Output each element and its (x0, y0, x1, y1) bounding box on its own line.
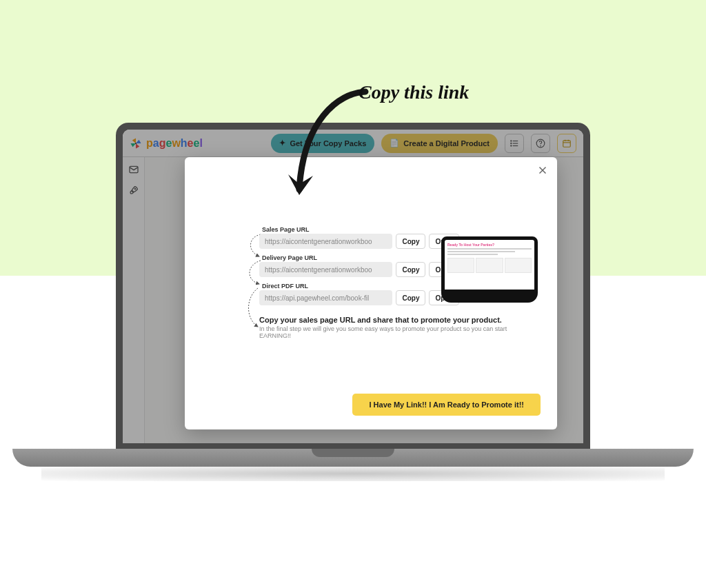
close-icon[interactable] (536, 164, 549, 176)
copy-button[interactable]: Copy (396, 262, 425, 277)
url-row-pdf: Direct PDF URL Copy Open (259, 283, 459, 305)
url-row-sales: Sales Page URL Copy Open (259, 226, 459, 249)
sales-page-url-input[interactable] (259, 234, 392, 249)
laptop-notch (312, 449, 394, 457)
url-row-delivery: Delivery Page URL Copy Open (259, 254, 459, 277)
ready-to-promote-button[interactable]: I Have My Link!! I Am Ready to Promote i… (352, 394, 541, 416)
url-list: Sales Page URL Copy Open Delivery Page U… (259, 226, 459, 311)
promote-note-sub: In the final step we will give you some … (259, 325, 535, 339)
url-label: Direct PDF URL (262, 283, 459, 290)
copy-button[interactable]: Copy (396, 234, 425, 249)
laptop-mockup: pagewheel ✦ Get Your Copy Packs 📄 Create… (0, 0, 706, 588)
laptop-screen: pagewheel ✦ Get Your Copy Packs 📄 Create… (123, 130, 583, 443)
url-label: Delivery Page URL (262, 254, 459, 261)
delivery-page-url-input[interactable] (259, 262, 392, 277)
laptop-bezel: pagewheel ✦ Get Your Copy Packs 📄 Create… (116, 123, 590, 450)
direct-pdf-url-input[interactable] (259, 290, 392, 305)
url-label: Sales Page URL (262, 226, 459, 233)
preview-title: Ready To Host Your Parties? (447, 243, 532, 247)
laptop-shadow (41, 466, 665, 481)
copy-button[interactable]: Copy (396, 290, 425, 305)
product-preview: Ready To Host Your Parties? (441, 236, 538, 305)
promote-note: Copy your sales page URL and share that … (259, 316, 535, 339)
promote-note-heading: Copy your sales page URL and share that … (259, 316, 535, 324)
share-links-modal: Sales Page URL Copy Open Delivery Page U… (185, 157, 557, 429)
